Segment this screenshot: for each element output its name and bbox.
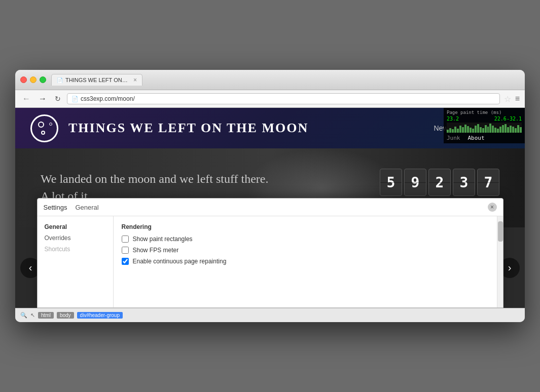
browser-tab[interactable]: 📄 THINGS WE LEFT ON THE M × <box>51 74 142 86</box>
enable-repainting-checkbox[interactable] <box>122 258 129 265</box>
devtools-body: General Overrides Shortcuts Rendering Sh… <box>38 216 503 307</box>
devtools-close-button[interactable]: × <box>488 203 497 212</box>
show-paint-label: Show paint rectangles <box>133 236 193 243</box>
bottom-bar: 🔍 ↖ html body div#header-group <box>15 308 525 322</box>
title-bar: 📄 THINGS WE LEFT ON THE M × <box>15 70 525 90</box>
paint-values: 23.2 22.6-32.1 <box>447 116 522 122</box>
back-button[interactable]: ← <box>20 93 32 104</box>
paint-overlay: Page paint time (ms) 23.2 22.6-32.1 <box>444 108 525 143</box>
browser-window: 📄 THINGS WE LEFT ON THE M × ← → ↻ 📄 css3… <box>15 70 525 322</box>
checkbox-row-3: Enable continuous page repainting <box>122 258 489 265</box>
digit-2: 9 <box>404 169 426 196</box>
bookmark-icon[interactable]: ☆ <box>504 94 511 104</box>
devtools-titlebar: Settings General × <box>38 199 503 216</box>
paint-graph-inner <box>447 123 522 133</box>
checkbox-row-1: Show paint rectangles <box>122 236 489 243</box>
refresh-button[interactable]: ↻ <box>53 94 63 104</box>
devtools-main: Rendering Show paint rectangles Show FPS… <box>114 216 497 307</box>
close-button[interactable] <box>20 76 27 83</box>
paint-title: Page paint time (ms) <box>447 110 522 115</box>
address-bar: ← → ↻ 📄 css3exp.com/moon/ ☆ ≡ <box>15 90 525 108</box>
paint-value-2: 22.6-32.1 <box>494 116 522 122</box>
maximize-button[interactable] <box>40 76 46 83</box>
sidebar-shortcuts[interactable]: Shortcuts <box>38 244 113 255</box>
junk-tab[interactable]: Junk <box>447 135 460 141</box>
devtools-settings-label: Settings <box>44 204 67 211</box>
website-content: THINGS WE LEFT ON THE MOON News Things S… <box>15 108 525 308</box>
minimize-button[interactable] <box>30 76 37 83</box>
tab-bar: 📄 THINGS WE LEFT ON THE M × <box>51 74 142 86</box>
tab-favicon: 📄 <box>57 77 63 83</box>
url-lock-icon: 📄 <box>71 96 79 102</box>
show-paint-checkbox[interactable] <box>122 236 129 243</box>
header-group-tag[interactable]: div#header-group <box>77 312 123 319</box>
scroll-thumb[interactable] <box>498 221 503 242</box>
devtools-sidebar: General Overrides Shortcuts <box>38 216 114 307</box>
menu-icon[interactable]: ≡ <box>515 94 520 103</box>
site-logo <box>30 114 58 142</box>
enable-repainting-label: Enable continuous page repainting <box>133 258 227 265</box>
body-tag[interactable]: body <box>57 312 74 319</box>
tab-title: THINGS WE LEFT ON THE M <box>65 77 129 83</box>
window-controls <box>20 76 46 83</box>
site-header: THINGS WE LEFT ON THE MOON News Things S… <box>15 108 525 148</box>
forward-button[interactable]: → <box>37 93 49 104</box>
paint-graph <box>447 123 522 133</box>
show-fps-checkbox[interactable] <box>122 247 129 254</box>
site-title: THINGS WE LEFT ON THE MOON <box>68 121 308 136</box>
crater-2 <box>41 131 45 135</box>
devtools-scrollbar[interactable] <box>497 216 503 307</box>
digit-1: 5 <box>380 169 402 196</box>
checkbox-row-2: Show FPS meter <box>122 247 489 254</box>
sidebar-general[interactable]: General <box>38 221 113 232</box>
digit-4: 3 <box>453 169 475 196</box>
digit-3: 2 <box>428 169 451 196</box>
paint-value-1: 23.2 <box>447 116 459 122</box>
magnifier-icon[interactable]: 🔍 <box>20 312 27 319</box>
url-text: css3exp.com/moon/ <box>81 95 135 102</box>
crater-3 <box>49 123 52 126</box>
sidebar-overrides[interactable]: Overrides <box>38 232 113 244</box>
crater-1 <box>38 122 44 128</box>
cursor-icon[interactable]: ↖ <box>30 312 35 319</box>
logo-inner <box>37 121 52 136</box>
counter-digits: 5 9 2 3 7 <box>380 169 499 196</box>
show-fps-label: Show FPS meter <box>133 247 179 254</box>
digit-5: 7 <box>477 169 499 196</box>
rendering-title: Rendering <box>122 223 489 230</box>
url-bar[interactable]: 📄 css3exp.com/moon/ <box>67 93 500 104</box>
html-tag[interactable]: html <box>38 312 54 319</box>
devtools-general-label: General <box>75 204 98 211</box>
devtools-panel: Settings General × General Overrides Sho… <box>37 198 503 308</box>
paint-nav: Junk About <box>447 135 522 141</box>
tab-close-button[interactable]: × <box>133 76 137 84</box>
about-tab[interactable]: About <box>468 135 485 141</box>
